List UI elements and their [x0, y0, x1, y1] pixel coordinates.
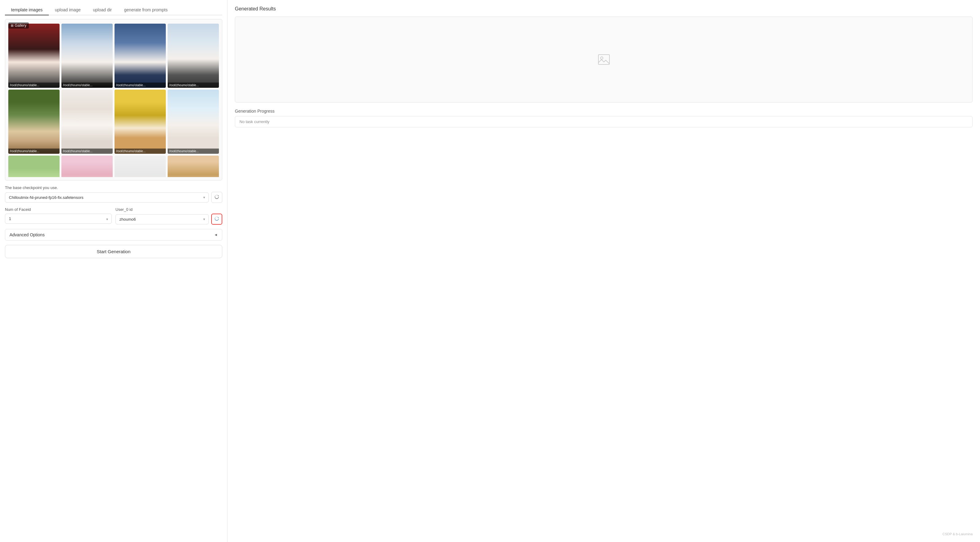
gallery-label: ⊞ Gallery: [8, 22, 29, 29]
num-faceid-select-wrapper: 1 2 3 4: [5, 214, 112, 225]
progress-label: Generation Progress: [235, 109, 973, 114]
start-generation-button[interactable]: Start Generation: [5, 245, 222, 258]
right-panel: Generated Results Generation Progress No…: [227, 0, 980, 542]
faceid-userid-row: Num of Faceid 1 2 3 4 User_0 id zhoumo6: [5, 207, 222, 225]
gallery-item[interactable]: /root/zhoumo/stable...: [168, 156, 219, 177]
num-faceid-label: Num of Faceid: [5, 207, 112, 212]
gallery-item-path: /root/zhoumo/stable...: [115, 149, 166, 154]
gallery-item[interactable]: /root/zhoumo/stable...: [61, 156, 113, 177]
gallery-item[interactable]: /root/zhoumo/stable...: [115, 90, 166, 154]
svg-rect-0: [598, 55, 609, 64]
refresh-icon-highlighted: [214, 216, 219, 222]
num-faceid-group: Num of Faceid 1 2 3 4: [5, 207, 112, 225]
gallery-item-path: /root/zhoumo/stable...: [168, 149, 219, 154]
user-id-refresh-btn[interactable]: [211, 214, 222, 225]
user-id-row: zhoumo6 zhoumo5 zhoumo4: [115, 214, 222, 225]
gallery-item[interactable]: /root/zhoumo/stable...: [61, 90, 113, 154]
gallery-item[interactable]: /root/zhoumo/stable...: [8, 90, 60, 154]
gallery-item-path: /root/zhoumo/stable...: [8, 149, 60, 154]
gallery-item-path: /root/zhoumo/stable...: [115, 83, 166, 88]
progress-section: Generation Progress No task currently: [235, 109, 973, 127]
right-panel-title: Generated Results: [235, 6, 973, 12]
checkpoint-section: The base checkpoint you use. Chilloutmix…: [5, 185, 222, 203]
gallery-item-path: /root/zhoumo/stable...: [61, 149, 113, 154]
gallery-icon: ⊞: [11, 24, 14, 28]
gallery-item-path: /root/zhoumo/stable...: [61, 83, 113, 88]
gallery-grid: /root/zhoumo/stable... /root/zhoumo/stab…: [8, 24, 219, 177]
checkpoint-refresh-btn[interactable]: [211, 192, 222, 203]
user-id-label: User_0 id: [115, 207, 222, 212]
progress-status: No task currently: [235, 116, 973, 127]
gallery-container: ⊞ Gallery /root/zhoumo/stable... /root/z…: [5, 19, 222, 180]
gallery-item[interactable]: /root/zhoumo/stable...: [168, 24, 219, 88]
gallery-item[interactable]: /root/zhoumo/stable...: [115, 24, 166, 88]
refresh-icon: [214, 194, 219, 200]
main-layout: template images upload image upload dir …: [0, 0, 980, 542]
checkpoint-select[interactable]: Chilloutmix-Ni-pruned-fp16-fix.safetenso…: [5, 192, 209, 203]
footer-text: CSDP & b-Laiumina: [235, 526, 973, 536]
user-id-group: User_0 id zhoumo6 zhoumo5 zhoumo4: [115, 207, 222, 225]
num-faceid-select[interactable]: 1 2 3 4: [5, 214, 112, 224]
user-id-select[interactable]: zhoumo6 zhoumo5 zhoumo4: [115, 214, 209, 224]
gallery-item[interactable]: /root/zhoumo/stable...: [168, 90, 219, 154]
user-id-select-wrapper: zhoumo6 zhoumo5 zhoumo4: [115, 214, 209, 224]
gallery-item-path: /root/zhoumo/stable...: [8, 83, 60, 88]
tab-template-images[interactable]: template images: [5, 5, 49, 15]
tab-generate-from-prompts[interactable]: generate from prompts: [118, 5, 174, 15]
gallery-item-path: /root/zhoumo/stable...: [168, 83, 219, 88]
image-placeholder-icon: [597, 52, 611, 67]
advanced-options-label: Advanced Options: [10, 232, 45, 237]
checkpoint-label: The base checkpoint you use.: [5, 185, 222, 190]
left-panel: template images upload image upload dir …: [0, 0, 227, 542]
gallery-item[interactable]: /root/zhoumo/stable...: [8, 24, 60, 88]
generated-image-area: [235, 17, 973, 103]
advanced-options-arrow-icon: ◄: [214, 233, 218, 237]
svg-point-1: [601, 57, 603, 59]
advanced-options-row[interactable]: Advanced Options ◄: [5, 229, 222, 241]
gallery-item[interactable]: /root/zhoumo/stable...: [115, 156, 166, 177]
checkpoint-select-wrapper: Chilloutmix-Ni-pruned-fp16-fix.safetenso…: [5, 192, 209, 203]
tabs-bar: template images upload image upload dir …: [5, 5, 222, 15]
tab-upload-image[interactable]: upload image: [49, 5, 87, 15]
tab-upload-dir[interactable]: upload dir: [87, 5, 118, 15]
checkpoint-row: Chilloutmix-Ni-pruned-fp16-fix.safetenso…: [5, 192, 222, 203]
gallery-item[interactable]: /root/zhoumo/stable...: [8, 156, 60, 177]
gallery-item[interactable]: /root/zhoumo/stable...: [61, 24, 113, 88]
